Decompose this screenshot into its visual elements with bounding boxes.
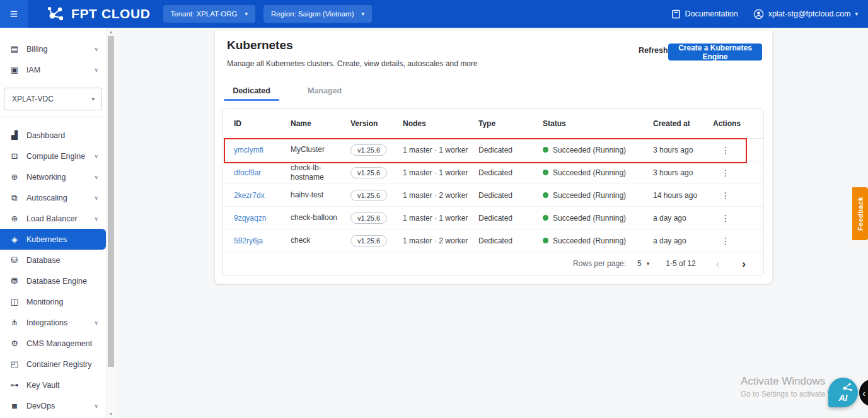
sidebar-item-load-balancer[interactable]: ⊛Load Balancer∨ xyxy=(0,208,106,229)
status-cell: Succeeded (Running) xyxy=(543,168,653,177)
menu-button[interactable]: ≡ xyxy=(0,0,28,28)
sidebar-item-billing[interactable]: ▤Billing∨ xyxy=(0,38,106,59)
documentation-link[interactable]: Documentation xyxy=(671,9,738,19)
sidebar-item-label: Load Balancer xyxy=(26,214,78,223)
sidebar-item-label: Integrations xyxy=(26,318,67,327)
version-chip: v1.25.6 xyxy=(350,190,387,201)
cluster-type: Dedicated xyxy=(478,146,543,154)
created-at: 3 hours ago xyxy=(653,168,713,177)
sidebar-item-iam[interactable]: ▣IAM∨ xyxy=(0,59,106,80)
cluster-name: MyCluster xyxy=(291,145,350,154)
rows-per-page-value: 5 xyxy=(637,259,642,268)
molecule-icon xyxy=(47,5,66,23)
rows-per-page-label: Rows per page: xyxy=(573,259,626,268)
cluster-name: check-balloon xyxy=(291,213,350,222)
sidebar-item-label: Autoscaling xyxy=(26,194,67,202)
sidebar-item-integrations[interactable]: ⋔Integrations∨ xyxy=(0,312,106,333)
row-actions-button[interactable]: ⋮ xyxy=(718,145,733,155)
tab-dedicated[interactable]: Dedicated xyxy=(224,81,279,101)
sidebar-item-label: Compute Engine xyxy=(26,152,85,161)
brand-text: FPT CLOUD xyxy=(71,6,151,21)
chevron-down-icon: ∨ xyxy=(94,174,98,180)
autoscaling-icon: ⧉ xyxy=(9,193,20,203)
cluster-id-link[interactable]: dfocf9ar xyxy=(234,168,291,177)
tenant-label: Tenant: XPLAT-ORG xyxy=(171,10,238,18)
table-row: 2kezr7dxhaihv-testv1.25.61 master · 2 wo… xyxy=(223,184,763,207)
chevron-down-icon: ∨ xyxy=(94,67,98,73)
tenant-dropdown[interactable]: Tenant: XPLAT-ORG ▾ xyxy=(163,5,255,23)
chevron-down-icon: ∨ xyxy=(94,46,98,52)
version-cell: v1.25.6 xyxy=(350,144,403,156)
feedback-button[interactable]: Feedback xyxy=(852,187,868,240)
status-text: Succeeded (Running) xyxy=(553,146,626,154)
cluster-name: check xyxy=(291,236,350,245)
tab-label: Dedicated xyxy=(233,86,270,95)
cluster-type: Dedicated xyxy=(478,191,543,200)
load-balancer-icon: ⊛ xyxy=(9,214,20,223)
create-kubernetes-engine-button[interactable]: Create a Kubernetes Engine xyxy=(668,44,762,61)
tabs: DedicatedManaged xyxy=(224,81,352,101)
cluster-nodes: 1 master · 2 worker xyxy=(403,191,478,200)
edge-widget-button[interactable]: ‹ xyxy=(859,379,868,407)
sidebar-item-label: Key Vault xyxy=(26,381,60,390)
sidebar-item-database[interactable]: ⛁Database xyxy=(0,250,106,270)
sidebar-item-compute-engine[interactable]: ⊡Compute Engine∨ xyxy=(0,146,106,166)
row-actions-button[interactable]: ⋮ xyxy=(718,213,733,223)
rows-per-page-select[interactable]: 5 ▾ xyxy=(637,259,649,268)
ai-assistant-button[interactable]: AI xyxy=(828,378,858,407)
scroll-up-icon[interactable]: ▲ xyxy=(107,30,115,34)
sidebar-scrollbar[interactable]: ▲ ▼ xyxy=(106,28,115,418)
sidebar-item-devops[interactable]: ◙DevOps∨ xyxy=(0,395,106,416)
sidebar-item-label: Container Registry xyxy=(26,360,92,369)
user-menu[interactable]: xplat-stg@fptcloud.com ▾ xyxy=(753,9,858,20)
sidebar-item-kubernetes[interactable]: ◈Kubernetes xyxy=(0,229,106,250)
status-dot xyxy=(543,215,548,221)
row-actions-button[interactable]: ⋮ xyxy=(718,190,733,200)
sidebar-item-database-engine[interactable]: ⛃Database Engine xyxy=(0,270,106,291)
cluster-id-link[interactable]: 592ry6ja xyxy=(234,236,291,245)
scroll-down-icon[interactable]: ▼ xyxy=(107,412,115,416)
sidebar-item-label: Dashboard xyxy=(26,131,65,140)
cluster-name: haihv-test xyxy=(291,190,350,199)
vdc-selector[interactable]: XPLAT-VDC ▾ xyxy=(4,88,102,110)
sidebar-item-container-registry[interactable]: ◰Container Registry xyxy=(0,354,106,374)
cluster-id-link[interactable]: 2kezr7dx xyxy=(234,191,291,200)
row-actions-button[interactable]: ⋮ xyxy=(718,236,733,246)
sidebar-item-dashboard[interactable]: ▟Dashboard xyxy=(0,125,106,146)
ai-label: AI xyxy=(839,393,848,403)
sidebar-item-label: Billing xyxy=(26,45,47,54)
status-dot xyxy=(543,238,548,243)
column-header-version: Version xyxy=(350,119,403,128)
cluster-id-link[interactable]: ymclymfi xyxy=(234,146,291,154)
next-page-button[interactable]: › xyxy=(742,258,746,269)
region-dropdown[interactable]: Region: Saigon (Vietnam) ▾ xyxy=(263,5,372,23)
status-cell: Succeeded (Running) xyxy=(543,146,653,154)
documentation-icon xyxy=(671,9,681,19)
hamburger-icon: ≡ xyxy=(10,6,18,21)
sidebar-item-cms-management[interactable]: ⚙CMS Management xyxy=(0,333,106,354)
sidebar-item-autoscaling[interactable]: ⧉Autoscaling∨ xyxy=(0,187,106,208)
version-cell: v1.25.6 xyxy=(350,190,403,201)
row-actions-button[interactable]: ⋮ xyxy=(718,168,733,178)
scrollbar-thumb[interactable] xyxy=(108,36,114,367)
documentation-label: Documentation xyxy=(685,9,738,18)
cluster-id-link[interactable]: 9zqyaqzn xyxy=(234,214,291,223)
sidebar-item-monitoring[interactable]: ◫Monitoring xyxy=(0,291,106,312)
networking-icon: ⊕ xyxy=(9,172,20,182)
table-header-row: IDNameVersionNodesTypeStatusCreated atAc… xyxy=(223,109,763,139)
sidebar-item-label: Networking xyxy=(26,173,66,182)
fpt-cloud-logo: FPT CLOUD xyxy=(47,5,151,23)
sidebar-item-networking[interactable]: ⊕Networking∨ xyxy=(0,166,106,187)
vdc-selector-value: XPLAT-VDC xyxy=(12,95,54,103)
tab-managed[interactable]: Managed xyxy=(297,81,352,101)
table-body: ymclymfiMyClusterv1.25.61 master · 1 wor… xyxy=(223,139,763,252)
kubernetes-icon: ◈ xyxy=(9,235,20,244)
status-dot xyxy=(543,170,548,175)
region-label: Region: Saigon (Vietnam) xyxy=(271,10,354,18)
version-chip: v1.25.6 xyxy=(350,167,387,178)
refresh-button[interactable]: Refresh xyxy=(639,46,668,55)
status-text: Succeeded (Running) xyxy=(553,168,626,177)
previous-page-button[interactable]: ‹ xyxy=(716,258,720,269)
sidebar-item-key-vault[interactable]: ⊶Key Vault xyxy=(0,374,106,395)
user-email: xplat-stg@fptcloud.com xyxy=(768,9,851,18)
